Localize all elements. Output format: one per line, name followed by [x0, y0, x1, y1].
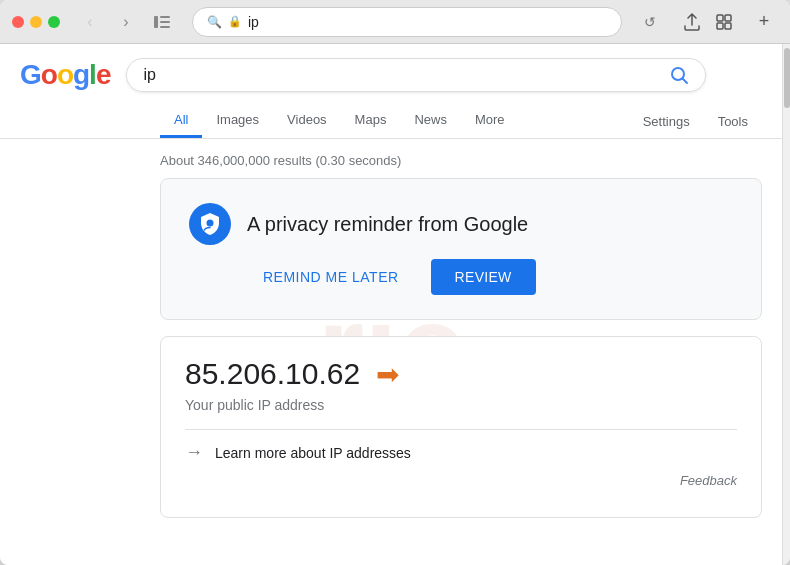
feedback-link[interactable]: Feedback — [680, 473, 737, 488]
privacy-actions: REMIND ME LATER REVIEW — [189, 259, 536, 295]
review-button[interactable]: REVIEW — [431, 259, 536, 295]
minimize-button[interactable] — [30, 16, 42, 28]
svg-rect-2 — [160, 21, 170, 23]
forward-button[interactable]: › — [112, 8, 140, 36]
search-box[interactable] — [126, 58, 706, 92]
svg-rect-1 — [160, 16, 170, 18]
lock-icon: 🔒 — [228, 15, 242, 28]
address-text: ip — [248, 14, 607, 30]
privacy-card: A privacy reminder from Google REMIND ME… — [160, 178, 762, 320]
logo-o1: o — [41, 59, 57, 90]
shield-icon — [189, 203, 231, 245]
logo-l: l — [89, 59, 96, 90]
svg-rect-7 — [725, 23, 731, 29]
tab-tools[interactable]: Tools — [704, 106, 762, 137]
svg-rect-4 — [717, 15, 723, 21]
google-logo: Google — [20, 59, 110, 91]
svg-rect-3 — [160, 26, 170, 28]
google-header: Google — [0, 44, 782, 92]
svg-rect-5 — [725, 15, 731, 21]
svg-line-9 — [683, 79, 688, 84]
arrow-right-indicator: ➡ — [376, 358, 399, 391]
tab-videos[interactable]: Videos — [273, 104, 341, 138]
back-button[interactable]: ‹ — [76, 8, 104, 36]
tab-news[interactable]: News — [400, 104, 461, 138]
scrollbar-thumb[interactable] — [784, 48, 790, 108]
new-tab-button[interactable]: + — [750, 8, 778, 36]
browser-body: Google All Image — [0, 44, 790, 565]
traffic-lights — [12, 16, 60, 28]
ip-divider — [185, 429, 737, 430]
logo-o2: o — [57, 59, 73, 90]
learn-more-text: Learn more about IP addresses — [215, 445, 411, 461]
tab-all[interactable]: All — [160, 104, 202, 138]
search-address-icon: 🔍 — [207, 15, 222, 29]
ip-card: 85.206.10.62 ➡ Your public IP address → … — [160, 336, 762, 518]
scrollbar-track — [782, 44, 790, 565]
search-nav-tabs: All Images Videos Maps News More Setting… — [0, 96, 782, 139]
address-bar[interactable]: 🔍 🔒 ip — [192, 7, 622, 37]
privacy-title: A privacy reminder from Google — [247, 213, 528, 236]
sidebar-toggle-button[interactable] — [148, 8, 176, 36]
learn-more-row[interactable]: → Learn more about IP addresses — [185, 442, 737, 463]
share-button[interactable] — [678, 8, 706, 36]
ip-label: Your public IP address — [185, 397, 737, 413]
remind-later-button[interactable]: REMIND ME LATER — [247, 261, 415, 293]
tab-more[interactable]: More — [461, 104, 519, 138]
feedback-row: Feedback — [185, 463, 737, 497]
results-wrapper: ric About 346,000,000 results (0.30 seco… — [0, 139, 782, 554]
close-button[interactable] — [12, 16, 24, 28]
svg-rect-0 — [154, 16, 158, 28]
ip-address-row: 85.206.10.62 ➡ — [185, 357, 737, 391]
ip-address: 85.206.10.62 — [185, 357, 360, 391]
svg-point-10 — [207, 220, 214, 227]
logo-g: G — [20, 59, 41, 90]
svg-rect-6 — [717, 23, 723, 29]
results-area: About 346,000,000 results (0.30 seconds) — [0, 139, 782, 554]
tab-maps[interactable]: Maps — [341, 104, 401, 138]
tab-images[interactable]: Images — [202, 104, 273, 138]
logo-g2: g — [73, 59, 89, 90]
title-bar: ‹ › 🔍 🔒 ip ↺ — [0, 0, 790, 44]
toolbar-actions — [678, 8, 738, 36]
tab-settings[interactable]: Settings — [629, 106, 704, 137]
new-tab-view-button[interactable] — [710, 8, 738, 36]
browser-window: ‹ › 🔍 🔒 ip ↺ — [0, 0, 790, 565]
results-stats: About 346,000,000 results (0.30 seconds) — [160, 147, 762, 178]
maximize-button[interactable] — [48, 16, 60, 28]
privacy-card-header: A privacy reminder from Google — [189, 203, 528, 245]
page-content: Google All Image — [0, 44, 782, 565]
reload-button[interactable]: ↺ — [638, 10, 662, 34]
google-page: Google All Image — [0, 44, 782, 565]
search-submit-button[interactable] — [669, 65, 689, 85]
logo-e: e — [96, 59, 111, 90]
arrow-forward-icon: → — [185, 442, 203, 463]
search-input[interactable] — [143, 66, 661, 84]
